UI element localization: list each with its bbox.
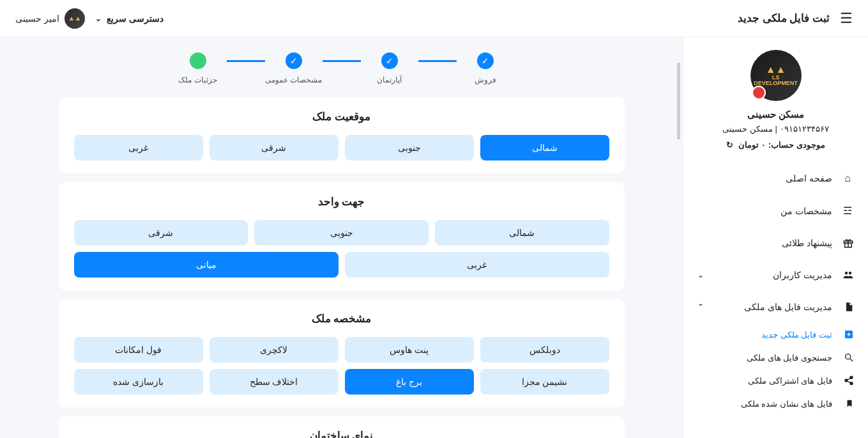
nav-sub-search[interactable]: جستجوی فایل های ملکی [683, 346, 868, 369]
nav-label: مدیریت کاربران [773, 270, 832, 280]
check-icon: ✓ [286, 52, 302, 69]
quick-access-label: دسترسی سریع [107, 13, 164, 24]
chip-south[interactable]: جنوبی [345, 135, 474, 160]
nav-label: پیشنهاد طلائی [782, 238, 832, 248]
main-content: ✓ فروش ✓ آپارتمان ✓ مشخصات عمومی جزئیات … [0, 37, 683, 438]
nav-label: صفحه اصلی [786, 173, 832, 184]
svg-point-3 [845, 272, 848, 275]
list-icon: ☲ [841, 205, 854, 217]
card-title: موقعیت ملک [74, 110, 609, 123]
header-right: ☰ ثبت فایل ملکی جدید [738, 10, 853, 27]
step-4[interactable]: جزئیات ملک [169, 52, 227, 84]
agency-avatar: ▲▲LS DEVELOPMENT [750, 50, 802, 101]
balance-row: موجودی حساب: ۰ تومان ↻ [696, 140, 855, 150]
nav-sub-marked[interactable]: فایل های نشان شده ملکی [683, 392, 868, 415]
avatar: ▲▲ [65, 8, 85, 29]
step-label: جزئیات ملک [178, 75, 217, 84]
nav-files[interactable]: مدیریت فایل های ملکی ⌃ [683, 291, 868, 323]
nav-golden[interactable]: پیشنهاد طلائی [683, 227, 868, 259]
user-name: امیر حسینی [15, 13, 59, 24]
chip-west[interactable]: غربی [74, 135, 203, 160]
sidebar: ▲▲LS DEVELOPMENT مسکن حسینی ۰۹۱۵۱۲۳۴۵۶۷ … [683, 37, 868, 438]
header: ☰ ثبت فایل ملکی جدید دسترسی سریع ⌄ ▲▲ ام… [0, 0, 868, 37]
header-left: دسترسی سریع ⌄ ▲▲ امیر حسینی [15, 8, 164, 29]
svg-point-6 [846, 354, 851, 359]
user-chip[interactable]: ▲▲ امیر حسینی [15, 8, 85, 29]
chip-luxury[interactable]: لاکچری [209, 337, 339, 363]
svg-point-9 [845, 379, 848, 382]
svg-point-4 [849, 272, 852, 275]
step-connector [227, 60, 265, 62]
card-features: مشخصه ملک دوبلکس پنت هاوس لاکچری فول امک… [59, 299, 625, 407]
step-3[interactable]: ✓ مشخصات عمومی [265, 52, 323, 84]
check-icon: ✓ [477, 52, 494, 69]
agency-phone: ۰۹۱۵۱۲۳۴۵۶۷ | مسکن حسینی [696, 124, 855, 134]
step-label: فروش [475, 75, 496, 84]
chip-north[interactable]: شمالی [435, 220, 609, 246]
card-facade: نمای ساختمان [59, 416, 625, 438]
quick-access-dropdown[interactable]: دسترسی سریع ⌄ [95, 13, 164, 24]
profile-card: ▲▲LS DEVELOPMENT مسکن حسینی ۰۹۱۵۱۲۳۴۵۶۷ … [683, 43, 868, 162]
nav-sub-shared[interactable]: فایل های اشتراکی ملکی [683, 369, 868, 392]
stepper: ✓ فروش ✓ آپارتمان ✓ مشخصات عمومی جزئیات … [11, 52, 671, 84]
nav-label: مشخصات من [780, 206, 832, 216]
refresh-icon[interactable]: ↻ [726, 140, 733, 150]
chip-garden-tower[interactable]: برج باغ [345, 369, 474, 395]
chevron-down-icon: ⌄ [697, 270, 704, 279]
svg-line-11 [848, 378, 851, 380]
chevron-down-icon: ⌄ [95, 14, 102, 23]
nav-sub-label: جستجوی فایل های ملکی [747, 353, 832, 363]
svg-point-10 [850, 382, 853, 385]
step-connector [418, 60, 457, 62]
nav-profile[interactable]: ☲ مشخصات من [683, 194, 868, 227]
chip-level-diff[interactable]: اختلاف سطح [209, 369, 339, 395]
nav-sub-label: فایل های نشان شده ملکی [741, 399, 832, 409]
card-title: نمای ساختمان [74, 429, 609, 438]
page-title: ثبت فایل ملکی جدید [738, 12, 830, 25]
current-step-icon [190, 52, 206, 69]
chip-penthouse[interactable]: پنت هاوس [345, 337, 474, 363]
chip-middle[interactable]: میانی [74, 252, 339, 278]
users-icon [841, 269, 854, 281]
search-icon [841, 352, 854, 363]
step-label: مشخصات عمومی [265, 75, 322, 84]
add-box-icon [841, 329, 854, 340]
bookmark-icon [841, 398, 854, 409]
agency-name: مسکن حسینی [696, 109, 855, 120]
nav-users[interactable]: مدیریت کاربران ⌄ [683, 259, 868, 291]
step-label: آپارتمان [377, 75, 402, 84]
svg-point-8 [850, 376, 853, 379]
chip-full-amenities[interactable]: فول امکانات [74, 337, 203, 363]
step-1[interactable]: ✓ فروش [457, 52, 514, 84]
chip-north[interactable]: شمالی [480, 135, 609, 160]
card-unit-direction: جهت واحد شمالی جنوبی شرقی غربی میانی [59, 182, 625, 290]
card-title: جهت واحد [74, 195, 609, 208]
chip-east[interactable]: شرقی [209, 135, 339, 160]
chip-west[interactable]: غربی [345, 252, 609, 278]
nav-sub-new-file[interactable]: ثبت فایل ملکی جدید [683, 323, 868, 346]
check-icon: ✓ [381, 52, 398, 69]
chip-east[interactable]: شرقی [74, 220, 248, 246]
card-location: موقعیت ملک شمالی جنوبی شرقی غربی [59, 97, 625, 173]
scrollbar[interactable] [677, 63, 680, 139]
file-icon [841, 301, 854, 313]
step-connector [323, 60, 361, 62]
chip-duplex[interactable]: دوبلکس [480, 337, 609, 363]
svg-line-7 [850, 359, 853, 361]
menu-icon[interactable]: ☰ [840, 10, 853, 27]
nav-sub-label: فایل های اشتراکی ملکی [748, 376, 832, 386]
gift-icon [841, 237, 854, 249]
home-icon: ⌂ [841, 173, 854, 184]
share-icon [841, 375, 854, 386]
chevron-up-icon: ⌃ [697, 302, 704, 311]
chip-separate-living[interactable]: نشیمن مجزا [480, 369, 609, 395]
card-title: مشخصه ملک [74, 312, 609, 325]
nav-home[interactable]: ⌂ صفحه اصلی [683, 162, 868, 194]
step-2[interactable]: ✓ آپارتمان [361, 52, 418, 84]
chip-renovated[interactable]: بازسازی شده [74, 369, 203, 395]
chip-south[interactable]: جنوبی [254, 220, 429, 246]
svg-line-12 [848, 381, 851, 383]
nav-sub-label: ثبت فایل ملکی جدید [761, 330, 832, 340]
balance-label: موجودی حساب: ۰ تومان [738, 140, 825, 150]
nav-label: مدیریت فایل های ملکی [744, 302, 832, 312]
